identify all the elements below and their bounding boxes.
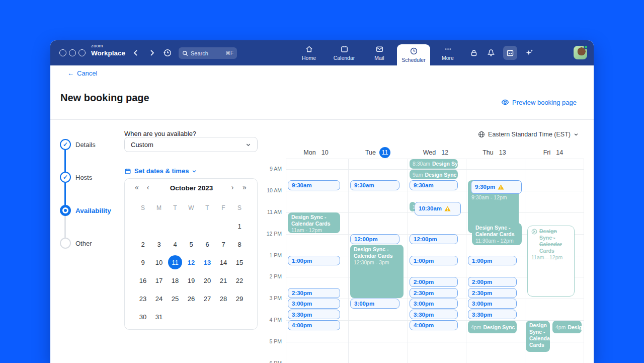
calendar-day[interactable]: 25: [167, 289, 183, 308]
time-slot-chip[interactable]: 1:00pm: [410, 256, 458, 266]
calendar-day[interactable]: 17: [151, 271, 167, 289]
calendar-day[interactable]: 12: [183, 253, 199, 271]
calendar-day[interactable]: 15: [231, 253, 248, 271]
time-slot-chip[interactable]: 9:30am: [288, 180, 340, 190]
calendar-day[interactable]: 28: [215, 289, 231, 308]
window-control-close[interactable]: [59, 49, 66, 56]
time-slot-chip[interactable]: 2:00pm: [410, 277, 458, 287]
time-slot-chip[interactable]: 12:00pm: [410, 234, 458, 244]
time-slot-chip[interactable]: 3:30pm: [288, 310, 340, 320]
cancel-button[interactable]: ← Cancel: [67, 69, 97, 77]
back-chevron-icon[interactable]: [131, 48, 140, 57]
bell-icon[interactable]: [486, 48, 496, 58]
calendar-day[interactable]: 24: [151, 289, 167, 308]
calendar-event-chip[interactable]: 8:30amDesign Syn: [410, 159, 458, 169]
calendar-day[interactable]: 22: [231, 271, 248, 289]
step-circle-hosts[interactable]: ✓: [60, 172, 71, 183]
calendar-event[interactable]: Design Sync - Calendar Cards11am - 12pm: [288, 212, 340, 233]
calendar-event-chip[interactable]: 4pmDesign Sync -: [468, 321, 517, 333]
calendar-day[interactable]: 20: [199, 271, 215, 289]
calendar-day[interactable]: 26: [183, 289, 199, 308]
step-circle-details[interactable]: ✓: [60, 139, 71, 150]
time-slot-chip[interactable]: 3:30pm: [468, 310, 517, 320]
calendar-event[interactable]: Design Sync - Calendar Cards: [526, 321, 550, 351]
calendar-day[interactable]: 1: [231, 217, 248, 235]
time-slot-chip[interactable]: 3:00pm: [410, 299, 458, 309]
tab-home[interactable]: Home: [291, 40, 327, 65]
tab-more[interactable]: More: [430, 40, 465, 65]
time-slot-chip[interactable]: 2:30pm: [410, 288, 458, 298]
time-slot-chip[interactable]: 9:30am: [350, 180, 399, 190]
time-slot-chip[interactable]: 2:30pm: [288, 288, 340, 298]
lock-icon[interactable]: [469, 48, 479, 58]
time-slot-chip[interactable]: 2:30pm: [468, 288, 517, 298]
avatar[interactable]: [574, 46, 587, 59]
tab-calendar[interactable]: Calendar: [327, 40, 362, 65]
calendar-day[interactable]: 13: [199, 253, 215, 271]
step-circle-other[interactable]: [60, 238, 71, 249]
calendar-day[interactable]: 30: [135, 308, 151, 326]
timezone-selector[interactable]: Eastern Standard Time (EST): [478, 131, 579, 138]
time-slot-chip[interactable]: 9:30am: [410, 180, 458, 190]
calendar-day[interactable]: 2: [135, 235, 151, 253]
time-slot-chip[interactable]: 3:00pm: [288, 299, 340, 309]
calendar-day[interactable]: 11: [167, 253, 183, 271]
tab-mail[interactable]: Mail: [362, 40, 397, 65]
calendar-day[interactable]: 7: [215, 235, 231, 253]
forward-chevron-icon[interactable]: [147, 48, 156, 57]
time-slot-chip[interactable]: 1:00pm: [468, 256, 517, 266]
calendar-day[interactable]: 10: [151, 253, 167, 271]
calendar-day[interactable]: 27: [199, 289, 215, 308]
availability-select[interactable]: Custom: [124, 137, 258, 152]
time-slot-chip[interactable]: 3:00pm: [350, 299, 399, 309]
next-month-button[interactable]: ›: [228, 183, 236, 191]
time-slot-chip[interactable]: 4:00pm: [288, 320, 340, 330]
window-control-maximize[interactable]: [78, 49, 86, 56]
sparkle-icon[interactable]: [524, 48, 534, 58]
calendar-day[interactable]: 3: [151, 235, 167, 253]
calendar-day[interactable]: 5: [183, 235, 199, 253]
time-slot-chip[interactable]: 3:00pm: [468, 299, 517, 309]
preview-booking-page-link[interactable]: Preview booking page: [501, 98, 577, 106]
calendar-day[interactable]: 31: [151, 308, 167, 326]
calendar-day[interactable]: 6: [199, 235, 215, 253]
time-slot-chip[interactable]: 3:30pm: [410, 310, 458, 320]
time-slot-chip[interactable]: 4:00pm: [410, 320, 458, 330]
event-title: Design Sync - Calendar Cards: [539, 228, 571, 255]
event-time: 4pm: [471, 324, 481, 330]
calendar-day[interactable]: 18: [167, 271, 183, 289]
tab-scheduler[interactable]: Scheduler: [397, 44, 430, 65]
history-icon[interactable]: [163, 48, 172, 57]
step-label-other[interactable]: Other: [75, 240, 92, 247]
calendar-day[interactable]: 23: [135, 289, 151, 308]
window-control-minimize[interactable]: [69, 49, 76, 56]
time-slot-chip-warning[interactable]: 10:30am: [415, 202, 461, 216]
calendar-event-chip[interactable]: 4pmDesig: [552, 321, 582, 333]
day-number: 14: [216, 255, 230, 269]
calendar-day[interactable]: 29: [231, 289, 248, 308]
calendar-day[interactable]: 19: [183, 271, 199, 289]
calendar-day[interactable]: 8: [231, 235, 248, 253]
time-slot-chip[interactable]: 2:00pm: [468, 277, 517, 287]
calendar-badge-icon[interactable]: [503, 46, 517, 60]
calendar-event[interactable]: Design Sync - Calendar Cards12:30pm - 3p…: [350, 245, 404, 298]
calendar-event[interactable]: Design Sync - Calendar Cards11:30am - 12…: [472, 223, 522, 245]
time-slot-chip[interactable]: 1:00pm: [288, 256, 340, 266]
declined-event[interactable]: Design Sync - Calendar Cards11am—12pm: [527, 226, 575, 297]
time-slot-chip-warning[interactable]: 9:30pm: [471, 180, 522, 194]
next-year-button[interactable]: »: [240, 183, 249, 191]
calendar-event-chip[interactable]: 9amDesign Sync -: [410, 170, 458, 179]
calendar-day[interactable]: 14: [215, 253, 231, 271]
calendar-day-empty: [215, 217, 231, 235]
step-label-hosts[interactable]: Hosts: [75, 174, 92, 181]
calendar-day[interactable]: 16: [135, 271, 151, 289]
step-label-availability[interactable]: Availability: [75, 207, 111, 214]
step-label-details[interactable]: Details: [75, 141, 96, 149]
time-slot-chip[interactable]: 12:00pm: [350, 234, 399, 244]
calendar-day[interactable]: 4: [167, 235, 183, 253]
step-circle-availability[interactable]: [60, 205, 71, 216]
calendar-day[interactable]: 9: [135, 253, 151, 271]
search-input[interactable]: Search ⌘F: [179, 47, 237, 59]
calendar-day[interactable]: 21: [215, 271, 231, 289]
set-dates-times-toggle[interactable]: Set dates & times: [124, 167, 197, 175]
